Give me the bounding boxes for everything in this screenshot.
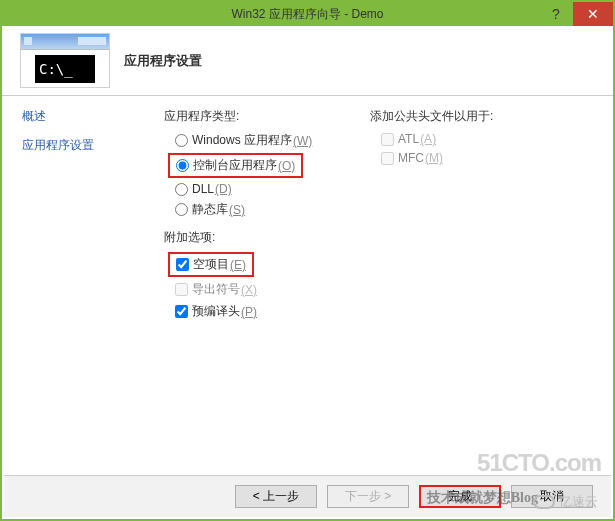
- checkbox-precompiled-text: 预编译头: [192, 303, 240, 320]
- radio-static-lib[interactable]: 静态库 (S): [172, 200, 362, 219]
- radio-windows-app-key: (W): [293, 134, 312, 148]
- radio-console-app-key: (O): [278, 159, 295, 173]
- highlight-empty-project: 空项目 (E): [168, 252, 254, 277]
- form-panel: 应用程序类型: Windows 应用程序 (W) 控制台应用程序 (O) DLL: [152, 108, 613, 477]
- checkbox-export-symbols-text: 导出符号: [192, 281, 240, 298]
- checkbox-atl-key: (A): [420, 132, 436, 146]
- radio-console-app[interactable]: 控制台应用程序 (O): [173, 156, 298, 175]
- cancel-button[interactable]: 取消: [511, 485, 593, 508]
- radio-dll-key: (D): [215, 182, 232, 196]
- checkbox-precompiled-input[interactable]: [175, 305, 188, 318]
- radio-dll-text: DLL: [192, 182, 214, 196]
- header-title: 应用程序设置: [124, 52, 202, 70]
- nav-settings[interactable]: 应用程序设置: [22, 137, 152, 154]
- attach-options-label: 附加选项:: [164, 229, 362, 246]
- title-button-group: ? ✕: [539, 2, 613, 26]
- radio-windows-app-text: Windows 应用程序: [192, 132, 292, 149]
- checkbox-atl-text: ATL: [398, 132, 419, 146]
- checkbox-atl-input: [381, 133, 394, 146]
- window-title: Win32 应用程序向导 - Demo: [2, 6, 613, 23]
- right-column: 添加公共头文件以用于: ATL (A) MFC (M): [362, 108, 601, 477]
- checkbox-export-symbols: 导出符号 (X): [172, 280, 362, 299]
- checkbox-atl: ATL (A): [378, 131, 601, 147]
- close-button[interactable]: ✕: [573, 2, 613, 26]
- checkbox-empty-project-key: (E): [230, 258, 246, 272]
- radio-static-lib-text: 静态库: [192, 201, 228, 218]
- left-column: 应用程序类型: Windows 应用程序 (W) 控制台应用程序 (O) DLL: [152, 108, 362, 477]
- prev-button[interactable]: < 上一步: [235, 485, 317, 508]
- title-bar: Win32 应用程序向导 - Demo ? ✕: [2, 2, 613, 26]
- body-section: 概述 应用程序设置 应用程序类型: Windows 应用程序 (W) 控制台应用…: [2, 96, 613, 477]
- checkbox-mfc-text: MFC: [398, 151, 424, 165]
- radio-dll-input[interactable]: [175, 183, 188, 196]
- checkbox-mfc-input: [381, 152, 394, 165]
- checkbox-precompiled-key: (P): [241, 305, 257, 319]
- nav-overview[interactable]: 概述: [22, 108, 152, 125]
- radio-console-app-input[interactable]: [176, 159, 189, 172]
- nav-panel: 概述 应用程序设置: [2, 108, 152, 477]
- app-type-label: 应用程序类型:: [164, 108, 362, 125]
- radio-console-app-text: 控制台应用程序: [193, 157, 277, 174]
- terminal-icon: C:\_: [35, 55, 95, 83]
- checkbox-export-symbols-input: [175, 283, 188, 296]
- checkbox-empty-project-text: 空项目: [193, 256, 229, 273]
- checkbox-empty-project-input[interactable]: [176, 258, 189, 271]
- radio-dll[interactable]: DLL (D): [172, 181, 362, 197]
- next-button: 下一步 >: [327, 485, 409, 508]
- checkbox-mfc: MFC (M): [378, 150, 601, 166]
- radio-windows-app-input[interactable]: [175, 134, 188, 147]
- header-icon: C:\_: [20, 33, 110, 88]
- wizard-window: Win32 应用程序向导 - Demo ? ✕ C:\_ 应用程序设置 概述 应…: [0, 0, 615, 521]
- checkbox-empty-project[interactable]: 空项目 (E): [173, 255, 249, 274]
- checkbox-mfc-key: (M): [425, 151, 443, 165]
- footer-section: < 上一步 下一步 > 完成 取消: [4, 475, 611, 517]
- header-section: C:\_ 应用程序设置: [2, 26, 613, 96]
- watermark-51cto: 51CTO.com: [477, 449, 601, 477]
- radio-windows-app[interactable]: Windows 应用程序 (W): [172, 131, 362, 150]
- radio-static-lib-key: (S): [229, 203, 245, 217]
- public-headers-label: 添加公共头文件以用于:: [370, 108, 601, 125]
- finish-button[interactable]: 完成: [419, 485, 501, 508]
- checkbox-export-symbols-key: (X): [241, 283, 257, 297]
- help-button[interactable]: ?: [539, 2, 573, 26]
- radio-static-lib-input[interactable]: [175, 203, 188, 216]
- highlight-console: 控制台应用程序 (O): [168, 153, 303, 178]
- checkbox-precompiled[interactable]: 预编译头 (P): [172, 302, 362, 321]
